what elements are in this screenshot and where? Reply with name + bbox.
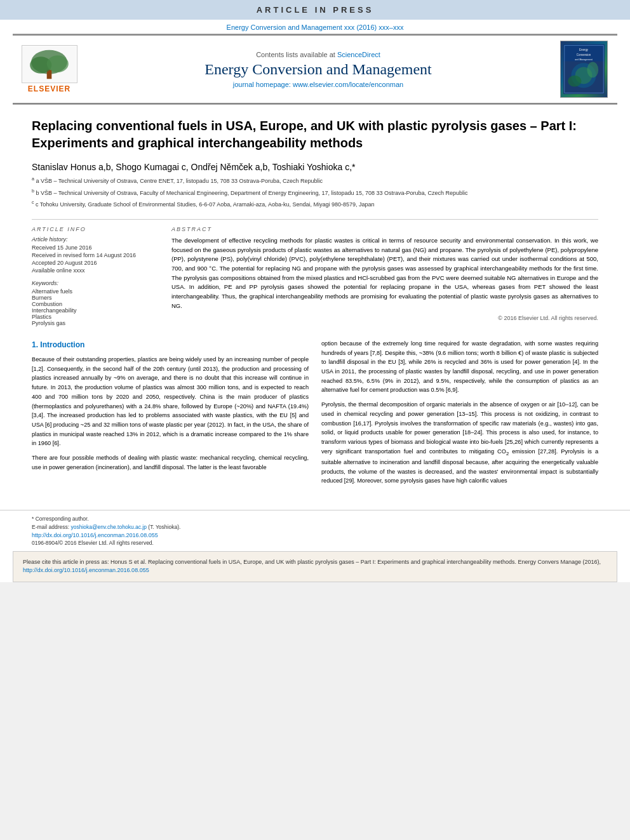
journal-cover-art: Energy Conversion and Management [560,41,608,98]
footer-section: * Corresponding author. E-mail address: … [0,510,630,551]
affiliation-a-text: a VŠB – Technical University of Ostrava,… [36,178,323,184]
footer-copyright: 0196-8904/© 2016 Elsevier Ltd. All right… [32,540,598,546]
banner-text: ARTICLE IN PRESS [257,5,374,15]
elsevier-logo-section: ELSEVIER [19,45,79,93]
email-address[interactable]: yoshioka@env.che.tohoku.ac.jp [70,524,147,530]
keyword-5: Plastics [32,314,159,320]
article-info-heading: ARTICLE INFO [32,226,159,232]
citation-doi-url[interactable]: http://dx.doi.org/10.1016/j.enconman.201… [23,567,149,573]
journal-header-center: Contents lists available at ScienceDirec… [86,51,551,88]
article-in-press-banner: ARTICLE IN PRESS [0,0,630,20]
homepage-url[interactable]: www.elsevier.com/locate/enconman [293,81,403,88]
page: ARTICLE IN PRESS Energy Conversion and M… [0,0,630,582]
available-online: Available online xxxx [32,267,159,274]
affiliation-b-text: b VŠB – Technical University of Ostrava,… [36,190,467,196]
abstract-heading: ABSTRACT [171,226,598,232]
abstract-panel: ABSTRACT The development of effective re… [171,226,598,326]
email-label: E-mail address: [32,524,69,530]
sciencedirect-link[interactable]: ScienceDirect [337,51,380,58]
svg-text:Conversion: Conversion [577,53,591,57]
citation-text: Please cite this article in press as: Ho… [23,559,601,565]
keyword-2: Burners [32,295,159,301]
affiliation-c: c c Tohoku University, Graduate School o… [32,199,598,209]
authors-line: Stanislav Honus a,b, Shogo Kumagai c, On… [32,162,598,172]
email-suffix: (T. Yoshioka). [148,524,180,530]
svg-point-12 [568,76,581,87]
corresponding-label: * Corresponding author. [32,516,89,522]
homepage-label: journal homepage: [233,81,291,88]
right-paragraph-1: option because of the extremely long tim… [321,339,598,395]
info-abstract-section: ARTICLE INFO Article history: Received 1… [32,219,598,326]
received-date: Received 15 June 2016 [32,244,159,251]
introduction-heading: 1. Introduction [32,339,309,351]
doi-link[interactable]: http://dx.doi.org/10.1016/j.enconman.201… [32,532,598,538]
email-line: E-mail address: yoshioka@env.che.tohoku.… [32,524,598,530]
contents-label: Contents lists available at [256,51,335,58]
journal-ref-line: Energy Conversion and Management xxx (20… [0,20,630,34]
journal-cover-image: Energy Conversion and Management [557,41,611,98]
svg-text:and Management: and Management [575,58,593,61]
keywords-label: Keywords: [32,280,159,286]
elsevier-logo-image [22,45,77,83]
elsevier-wordmark: ELSEVIER [28,84,70,93]
affiliation-a: a a VŠB – Technical University of Ostrav… [32,176,598,185]
abstract-copyright: © 2016 Elsevier Ltd. All rights reserved… [171,315,598,321]
journal-header: ELSEVIER Contents lists available at Sci… [13,34,617,104]
svg-text:Energy: Energy [579,49,589,52]
keyword-6: Pyrolysis gas [32,320,159,326]
keyword-4: Interchangeability [32,307,159,314]
svg-point-13 [587,62,598,77]
left-column: 1. Introduction Because of their outstan… [32,339,309,491]
svg-point-4 [47,55,69,72]
history-label: Article history: [32,236,159,243]
accepted-date: Accepted 20 August 2016 [32,260,159,266]
article-info-panel: ARTICLE INFO Article history: Received 1… [32,226,159,326]
keyword-1: Alternative fuels [32,288,159,295]
right-column: option because of the extremely long tim… [321,339,598,491]
authors-text: Stanislav Honus a,b, Shogo Kumagai c, On… [32,162,355,172]
citation-box: Please cite this article in press as: Ho… [13,551,617,582]
revised-date: Received in revised form 14 August 2016 [32,252,159,258]
article-content: Replacing conventional fuels in USA, Eur… [0,105,630,503]
journal-homepage: journal homepage: www.elsevier.com/locat… [86,81,551,88]
right-paragraph-2: Pyrolysis, the thermal decomposition of … [321,400,598,486]
journal-title: Energy Conversion and Management [86,61,551,78]
keyword-3: Combustion [32,301,159,307]
journal-ref-text: Energy Conversion and Management xxx (20… [227,23,404,31]
affiliation-c-text: c Tohoku University, Graduate School of … [36,201,374,208]
sciencedirect-line: Contents lists available at ScienceDirec… [86,51,551,58]
affiliation-b: b b VŠB – Technical University of Ostrav… [32,188,598,197]
corresponding-author-note: * Corresponding author. [32,516,598,522]
abstract-text: The development of effective recycling m… [171,236,598,311]
article-title: Replacing conventional fuels in USA, Eur… [32,117,598,152]
intro-paragraph-2: There are four possible methods of deali… [32,453,309,472]
intro-paragraph-1: Because of their outstanding properties,… [32,355,309,448]
main-columns: 1. Introduction Because of their outstan… [32,339,598,491]
